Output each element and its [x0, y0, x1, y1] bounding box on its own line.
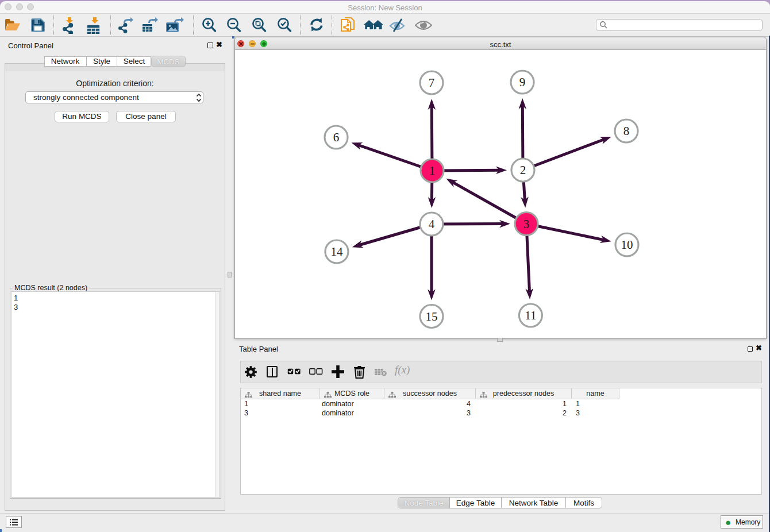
svg-text:14: 14 [331, 245, 344, 259]
svg-text:8: 8 [623, 124, 630, 138]
svg-text:10: 10 [621, 238, 633, 252]
svg-text:6: 6 [333, 130, 340, 144]
svg-text:11: 11 [525, 309, 536, 322]
svg-text:1: 1 [429, 164, 436, 178]
svg-text:9: 9 [519, 75, 526, 89]
svg-text:4: 4 [429, 217, 435, 231]
svg-text:15: 15 [426, 310, 438, 323]
svg-text:2: 2 [520, 163, 526, 177]
svg-text:7: 7 [429, 76, 435, 90]
svg-text:3: 3 [523, 217, 530, 231]
